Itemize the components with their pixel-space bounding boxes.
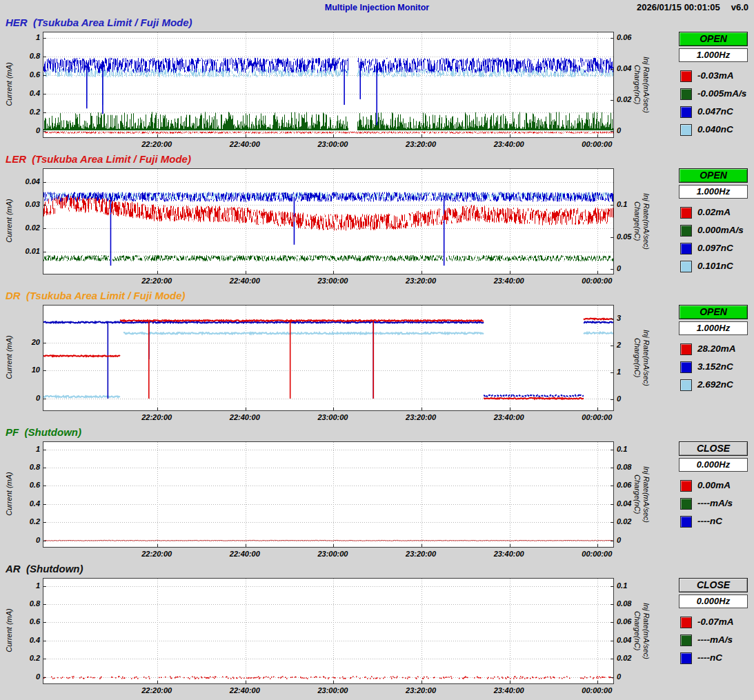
x-tick-label: 23:00:00	[317, 686, 348, 694]
y-tick-label-left: 0.2	[12, 517, 40, 526]
x-tick-label: 23:40:00	[494, 413, 524, 421]
x-tick-label: 22:20:00	[141, 140, 172, 148]
y-tick-label-left: 0.04	[12, 177, 40, 186]
x-tick-label: 23:00:00	[317, 140, 348, 148]
legend: 28.20mA3.152nC2.692nC	[679, 341, 748, 394]
legend-value: ----mA/s	[697, 498, 733, 508]
x-tick-label: 22:40:00	[230, 413, 260, 421]
x-tick-label: 23:40:00	[494, 277, 524, 285]
x-tick-label: 00:00:00	[582, 686, 612, 694]
legend-value: 0.00mA	[697, 480, 731, 490]
legend-value: 0.097nC	[697, 243, 733, 253]
x-tick-label: 22:20:00	[141, 686, 172, 694]
y-tick-label-left: 0.8	[12, 599, 40, 608]
legend: -0.07mA----mA/s----nC	[679, 614, 748, 668]
x-tick-label: 23:40:00	[494, 686, 524, 694]
legend-value: -0.03mA	[697, 70, 734, 81]
shutter-status-button[interactable]: OPEN	[679, 32, 748, 46]
titlebar: Multiple Injection Monitor 2026/01/15 00…	[0, 0, 754, 17]
shutter-status-button[interactable]: OPEN	[679, 305, 748, 319]
y-tick-label-left: 1	[12, 33, 40, 41]
y-tick-label-right: 0.04	[617, 64, 631, 72]
panel-title: PF (Shutdown)	[6, 426, 81, 440]
y-tick-label-right: 0.08	[617, 599, 631, 608]
shutter-status-button[interactable]: OPEN	[679, 168, 748, 183]
legend-row: ----nC	[679, 650, 748, 668]
legend-swatch	[680, 261, 692, 272]
legend-swatch	[680, 70, 692, 82]
monitor-panel: HER (Tsukuba Area Limit / Fuji Mode) Cur…	[0, 17, 754, 153]
legend-value: 3.152nC	[697, 361, 733, 372]
right-axis-title-injrate: Inj Rate(mA/sec)	[642, 441, 651, 548]
injection-rate-display: 1.000Hz	[679, 48, 748, 62]
x-tick-label: 23:00:00	[317, 413, 348, 421]
x-tick-label: 23:00:00	[317, 277, 348, 285]
legend-value: 0.047nC	[697, 106, 733, 117]
x-tick-label: 00:00:00	[582, 413, 612, 421]
legend-row: -0.005mA/s	[679, 86, 748, 103]
right-axis-title-charge: Charge(nC)	[633, 168, 642, 274]
side-controls: OPEN 1.000Hz 28.20mA3.152nC2.692nC	[679, 305, 748, 394]
left-axis-title: Current (mA)	[5, 578, 14, 683]
legend-row: 2.692nC	[679, 377, 748, 394]
shutter-status-button[interactable]: CLOSE	[679, 441, 748, 456]
datetime-value: 2026/01/15 00:01:05	[637, 2, 720, 12]
legend-row: ----mA/s	[679, 632, 748, 650]
y-tick-label-left: 0.02	[12, 223, 40, 232]
side-controls: CLOSE 0.000Hz 0.00mA----mA/s----nC	[679, 441, 748, 531]
y-tick-label-right: 0	[617, 264, 621, 272]
x-tick-label: 22:40:00	[230, 686, 260, 694]
legend-value: -0.07mA	[697, 617, 734, 627]
x-tick-label: 23:20:00	[406, 277, 436, 285]
y-tick-label-right: 0.05	[617, 232, 631, 241]
y-tick-label-right: 0.1	[617, 445, 627, 453]
monitor-panel: PF (Shutdown) Current (mA) Charge(nC) In…	[0, 426, 754, 563]
x-tick-label: 00:00:00	[582, 140, 612, 148]
chart-canvas	[43, 442, 613, 547]
legend-value: 0.101nC	[697, 261, 733, 271]
y-tick-label-right: 0.06	[617, 617, 631, 626]
y-tick-label-right: 1	[617, 368, 621, 376]
legend-row: ----mA/s	[679, 495, 748, 513]
y-tick-label-left: 0.2	[12, 654, 40, 662]
x-tick-label: 23:20:00	[406, 686, 436, 694]
legend-row: 0.101nC	[679, 258, 748, 276]
legend-row: 0.02mA	[679, 204, 748, 222]
x-tick-label: 22:40:00	[230, 140, 260, 148]
chart-plot-area	[43, 168, 614, 274]
legend-swatch	[680, 243, 692, 254]
legend-swatch	[680, 617, 692, 628]
legend-swatch	[680, 634, 692, 646]
legend-swatch	[680, 343, 692, 355]
x-tick-label: 00:00:00	[582, 550, 612, 558]
x-tick-label: 23:40:00	[494, 550, 524, 558]
legend-swatch	[680, 225, 692, 237]
monitor-panel: DR (Tsukuba Area Limit / Fuji Mode) Curr…	[0, 290, 754, 426]
x-tick-label: 23:40:00	[494, 140, 524, 148]
legend-swatch	[680, 498, 692, 510]
left-axis-title: Current (mA)	[5, 32, 14, 137]
legend-swatch	[680, 652, 692, 664]
panel-title: HER (Tsukuba Area Limit / Fuji Mode)	[6, 17, 192, 30]
panel-title: AR (Shutdown)	[6, 563, 83, 577]
legend: 0.02mA0.000mA/s0.097nC0.101nC	[679, 204, 748, 276]
legend-value: 28.20mA	[697, 343, 736, 354]
legend-value: ----nC	[697, 652, 722, 663]
right-axis-title-charge: Charge(nC)	[633, 441, 642, 548]
panels-container: HER (Tsukuba Area Limit / Fuji Mode) Cur…	[0, 17, 754, 699]
legend-row: 3.152nC	[679, 359, 748, 377]
x-tick-label: 23:00:00	[317, 550, 348, 558]
y-tick-label-right: 3	[617, 314, 621, 322]
legend-row: -0.07mA	[679, 614, 748, 632]
legend-swatch	[680, 124, 692, 136]
y-tick-label-left: 1	[12, 581, 40, 590]
x-tick-label: 22:20:00	[141, 413, 172, 421]
shutter-status-button[interactable]: CLOSE	[679, 578, 748, 592]
injection-rate-display: 0.000Hz	[679, 458, 748, 472]
side-controls: CLOSE 0.000Hz -0.07mA----mA/s----nC	[679, 578, 748, 668]
y-tick-label-right: 0.06	[617, 33, 631, 41]
legend-row: 0.097nC	[679, 240, 748, 258]
legend: 0.00mA----mA/s----nC	[679, 477, 748, 531]
legend-swatch	[680, 379, 692, 391]
panel-title: DR (Tsukuba Area Limit / Fuji Mode)	[6, 290, 186, 303]
